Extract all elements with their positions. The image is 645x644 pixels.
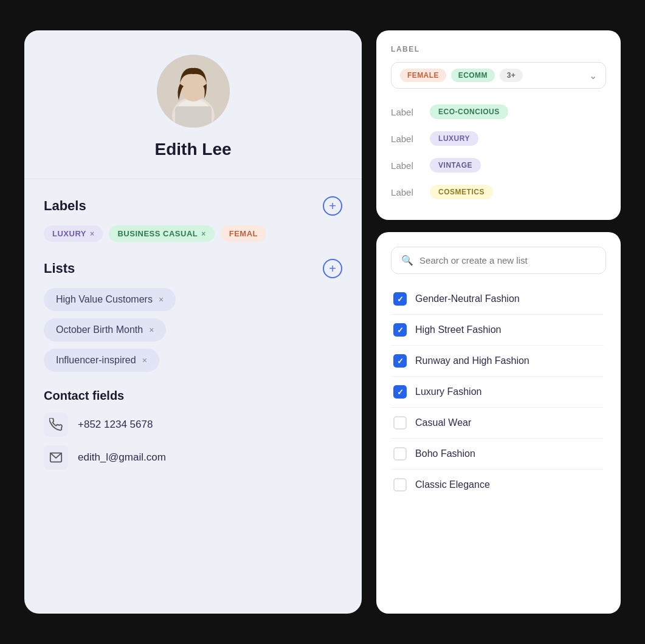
label-tag-business-text: BUSINESS CASUAL (117, 229, 198, 238)
checkbox-bf[interactable] (393, 447, 407, 461)
remove-hvc-icon[interactable]: × (159, 295, 164, 304)
label-panel-title: LABEL (391, 45, 606, 53)
label-badge-vint[interactable]: VINTAGE (430, 158, 481, 173)
left-panel: Edith Lee Labels + LUXURY × BUSINESS CAS… (24, 30, 362, 614)
labels-panel: LABEL FEMALE ECOMM 3+ ⌄ Label ECO-CONCIO… (376, 30, 621, 220)
check-label-rhf: Runway and High Fashion (415, 355, 529, 366)
right-panels: LABEL FEMALE ECOMM 3+ ⌄ Label ECO-CONCIO… (376, 30, 621, 614)
list-item-inf[interactable]: Influencer-inspired × (44, 349, 159, 372)
label-badge-eco[interactable]: ECO-CONCIOUS (430, 104, 508, 119)
label-tag-female[interactable]: FEMAL (221, 225, 266, 242)
checkbox-hsf[interactable] (393, 323, 407, 337)
phone-value: +852 1234 5678 (78, 419, 153, 431)
label-tag-female-text: FEMAL (229, 229, 258, 238)
profile-section: Edith Lee (24, 30, 362, 179)
remove-obm-icon[interactable]: × (149, 325, 154, 335)
info-section: Labels + LUXURY × BUSINESS CASUAL × FEMA… (24, 179, 362, 614)
list-items: High Value Customers × October Birth Mon… (44, 288, 342, 372)
label-row-cosm: Label COSMETICS (391, 179, 606, 205)
list-item-hsf[interactable]: High Street Fashion (391, 315, 604, 346)
label-badge-cosm[interactable]: COSMETICS (430, 185, 493, 199)
labels-title: Labels (44, 198, 86, 214)
label-row-lux-key: Label (391, 134, 421, 144)
avatar (157, 55, 230, 128)
contact-title: Contact fields (44, 389, 342, 403)
label-dropdown[interactable]: FEMALE ECOMM 3+ ⌄ (391, 62, 606, 89)
check-label-ce: Classic Elegance (415, 479, 490, 490)
checkbox-gnf[interactable] (393, 292, 407, 306)
svg-rect-4 (175, 106, 212, 128)
labels-list: Label ECO-CONCIOUS Label LUXURY Label VI… (391, 98, 606, 205)
list-item-lf[interactable]: Luxury Fashion (391, 377, 604, 408)
search-icon: 🔍 (401, 255, 413, 266)
contact-section: Contact fields +852 1234 5678 (44, 389, 342, 470)
list-scroll: Gender-Neutral Fashion High Street Fashi… (391, 284, 606, 599)
search-box[interactable]: 🔍 (391, 247, 606, 274)
remove-business-icon[interactable]: × (201, 230, 206, 238)
list-item-hvc-text: High Value Customers (56, 294, 153, 305)
check-label-lf: Luxury Fashion (415, 386, 481, 397)
contact-email-row: edith_l@gmail.com (44, 445, 342, 470)
dropdown-tag-more: 3+ (500, 69, 523, 82)
label-row-eco-key: Label (391, 107, 421, 117)
email-value: edith_l@gmail.com (78, 451, 166, 464)
dropdown-chevron-icon: ⌄ (589, 70, 597, 81)
contact-phone-row: +852 1234 5678 (44, 413, 342, 437)
search-input[interactable] (419, 255, 596, 265)
label-row-lux: Label LUXURY (391, 125, 606, 152)
check-label-bf: Boho Fashion (415, 448, 475, 459)
checkbox-lf[interactable] (393, 385, 407, 399)
checkbox-ce[interactable] (393, 478, 407, 492)
check-label-hsf: High Street Fashion (415, 324, 501, 335)
label-row-eco: Label ECO-CONCIOUS (391, 98, 606, 125)
add-label-button[interactable]: + (323, 196, 342, 216)
profile-name: Edith Lee (155, 140, 232, 159)
lists-panel: 🔍 Gender-Neutral Fashion High Street Fas… (376, 232, 621, 614)
list-item-bf[interactable]: Boho Fashion (391, 439, 604, 470)
list-item-inf-text: Influencer-inspired (56, 355, 136, 366)
remove-luxury-icon[interactable]: × (90, 230, 95, 238)
list-item-cw[interactable]: Casual Wear (391, 408, 604, 439)
checkbox-rhf[interactable] (393, 354, 407, 368)
list-item-rhf[interactable]: Runway and High Fashion (391, 346, 604, 377)
add-list-button[interactable]: + (323, 259, 342, 278)
label-row-cosm-key: Label (391, 187, 421, 197)
email-icon (44, 445, 68, 470)
labels-row: LUXURY × BUSINESS CASUAL × FEMAL (44, 225, 342, 242)
dropdown-tag-female: FEMALE (400, 69, 446, 82)
dropdown-tag-ecomm: ECOMM (451, 69, 495, 82)
check-label-cw: Casual Wear (415, 417, 471, 428)
lists-title: Lists (44, 261, 75, 276)
screen: Edith Lee Labels + LUXURY × BUSINESS CAS… (0, 0, 645, 644)
check-label-gnf: Gender-Neutral Fashion (415, 293, 520, 304)
remove-inf-icon[interactable]: × (142, 355, 147, 365)
lists-header: Lists + (44, 259, 342, 278)
list-item-ce[interactable]: Classic Elegance (391, 470, 604, 500)
list-item-obm[interactable]: October Birth Month × (44, 318, 166, 341)
label-row-vint-key: Label (391, 160, 421, 171)
list-item-gnf[interactable]: Gender-Neutral Fashion (391, 284, 604, 315)
list-item-obm-text: October Birth Month (56, 324, 143, 335)
labels-header: Labels + (44, 196, 342, 216)
list-item-hvc[interactable]: High Value Customers × (44, 288, 176, 311)
label-tag-business[interactable]: BUSINESS CASUAL × (109, 225, 214, 242)
checkbox-cw[interactable] (393, 416, 407, 430)
label-row-vint: Label VINTAGE (391, 152, 606, 179)
label-tag-luxury[interactable]: LUXURY × (44, 225, 103, 242)
phone-icon (44, 413, 68, 437)
label-tag-luxury-text: LUXURY (52, 229, 86, 238)
label-badge-lux[interactable]: LUXURY (430, 131, 478, 146)
